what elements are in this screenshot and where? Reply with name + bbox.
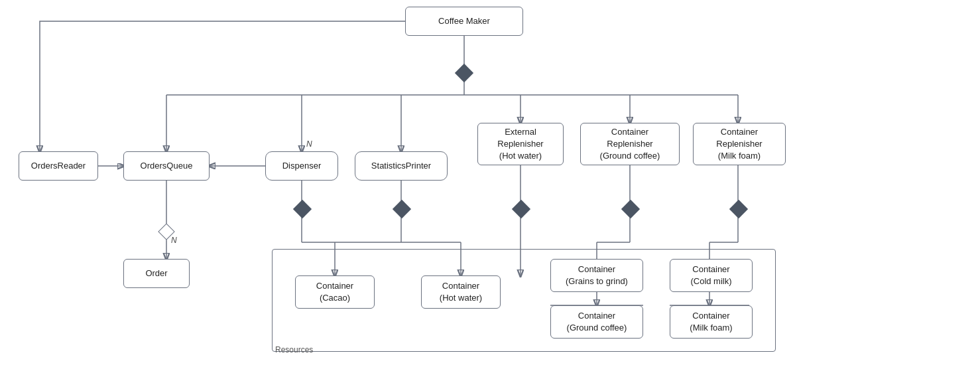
resources-label: Resources [275, 345, 313, 354]
container-cold-milk-node: Container (Cold milk) [670, 259, 753, 292]
orders-queue-node: OrdersQueue [123, 151, 210, 181]
n-label-dispenser: N [306, 139, 312, 149]
diagram-container: Resources Coffee Maker OrdersReader Orde… [0, 0, 980, 383]
container-grains-node: Container (Grains to grind) [550, 259, 643, 292]
composition-diamond-dispenser [293, 200, 312, 218]
container-milk-foam-node: Container (Milk foam) [670, 305, 753, 339]
container-replenisher-ground-node: Container Replenisher (Ground coffee) [580, 123, 680, 165]
composition-diamond-ground [621, 200, 640, 218]
dispenser-node: Dispenser [265, 151, 338, 181]
container-cacao-node: Container (Cacao) [295, 275, 375, 309]
statistics-printer-node: StatisticsPrinter [355, 151, 448, 181]
composition-diamond-milk [729, 200, 748, 218]
order-node: Order [123, 259, 190, 288]
container-replenisher-milk-node: Container Replenisher (Milk foam) [693, 123, 786, 165]
container-ground-coffee-node: Container (Ground coffee) [550, 305, 643, 339]
external-replenisher-node: External Replenisher (Hot water) [477, 123, 564, 165]
composition-diamond-external [512, 200, 530, 218]
coffee-maker-node: Coffee Maker [405, 7, 523, 36]
composition-diamond-top [455, 64, 473, 82]
composition-diamond-statistics [393, 200, 411, 218]
orders-reader-node: OrdersReader [19, 151, 98, 181]
container-hot-water-node: Container (Hot water) [421, 275, 501, 309]
n-label-orders: N [171, 236, 177, 245]
